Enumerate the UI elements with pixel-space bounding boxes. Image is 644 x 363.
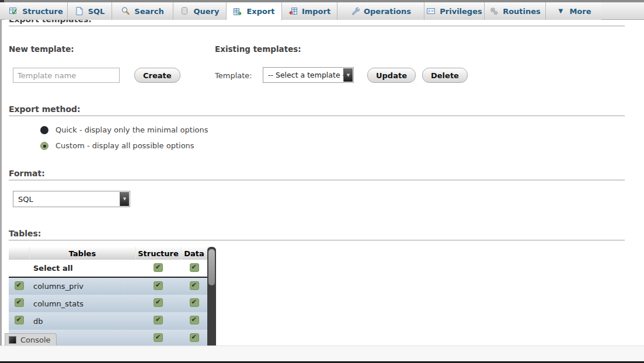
console-button[interactable]: Console [5, 333, 57, 345]
select-arrow-icon [343, 68, 353, 82]
checkbox-checked[interactable] [15, 316, 24, 324]
checkbox-checked[interactable] [154, 298, 163, 307]
tab-bar: Structure SQL Search Query Export Import [0, 2, 644, 20]
select-all-label[interactable]: Select all [29, 260, 135, 277]
phpmyadmin-export-page: Structure SQL Search Query Export Import [0, 0, 644, 363]
left-edge-strip [0, 20, 2, 345]
checkbox-checked[interactable] [190, 281, 199, 290]
table-row: columns_priv [9, 277, 207, 295]
new-template-heading: New template: [9, 44, 74, 54]
tables-scrollbar[interactable] [207, 247, 216, 345]
delete-button[interactable]: Delete [422, 68, 468, 83]
tab-sql[interactable]: SQL [68, 2, 112, 20]
tab-label: Structure [22, 7, 63, 16]
tab-label: Query [193, 7, 219, 16]
tab-export[interactable]: Export [227, 2, 282, 20]
gears-icon [489, 6, 499, 16]
tab-structure[interactable]: Structure [5, 2, 68, 20]
checkbox-checked[interactable] [15, 298, 24, 307]
template-select[interactable]: -- Select a template -- [263, 67, 354, 83]
section-divider [9, 26, 625, 26]
console-panel[interactable] [0, 345, 644, 361]
table-row: db [9, 312, 207, 330]
template-select-value: -- Select a template -- [268, 71, 348, 79]
checkbox-checked[interactable] [190, 333, 199, 342]
table-row: column_stats [9, 295, 207, 312]
checkbox-checked[interactable] [154, 333, 163, 342]
console-icon [9, 336, 16, 344]
checkbox-column-header [9, 247, 29, 260]
tab-label: Privileges [440, 7, 482, 16]
select-all-row: Select all [9, 260, 207, 277]
checkbox-checked[interactable] [190, 298, 199, 307]
tab-label: SQL [88, 7, 105, 16]
table-name: column_stats [29, 295, 135, 312]
chevron-down-icon: ▼ [556, 6, 565, 16]
radio-unselected-icon[interactable] [40, 126, 48, 134]
checkbox-checked[interactable] [190, 263, 199, 272]
data-column-header: Data [181, 247, 207, 260]
tab-search[interactable]: Search [112, 2, 173, 20]
tab-operations[interactable]: Operations [337, 2, 424, 20]
export-icon [233, 7, 242, 16]
sql-document-icon [75, 6, 84, 16]
export-templates-heading: Export templates: [9, 20, 625, 24]
export-method-quick-option[interactable]: Quick - display only the minimal options [40, 125, 208, 134]
export-method-custom-option[interactable]: Custom - display all possible options [40, 141, 194, 150]
tab-label: Search [134, 7, 163, 16]
database-icon [180, 6, 189, 16]
tab-label: Operations [364, 7, 411, 16]
table-name: columns_priv [29, 277, 135, 295]
checkbox-checked[interactable] [154, 263, 163, 272]
tab-more[interactable]: ▼ More [546, 2, 601, 20]
checkbox-checked[interactable] [154, 281, 163, 290]
tables-heading: Tables: [9, 229, 625, 240]
template-name-input[interactable] [13, 68, 120, 83]
quick-option-label: Quick - display only the minimal options [55, 125, 208, 134]
update-button[interactable]: Update [367, 68, 416, 83]
create-button[interactable]: Create [134, 68, 180, 83]
existing-templates-heading: Existing templates: [215, 44, 301, 54]
tab-routines[interactable]: Routines [485, 2, 546, 20]
tables-header-row: Tables Structure Data [9, 247, 207, 260]
table-structure-icon [9, 6, 18, 16]
format-select[interactable]: SQL [13, 191, 130, 207]
select-arrow-icon [120, 192, 129, 206]
export-templates-heading-clipped: Export templates: [9, 20, 625, 25]
structure-column-header: Structure [135, 247, 181, 260]
tables-column-header: Tables [29, 247, 135, 260]
tab-label: Export [246, 7, 274, 16]
tables-list: Tables Structure Data Select all columns… [9, 247, 208, 345]
tables-list-container: Tables Structure Data Select all columns… [9, 247, 217, 345]
template-label: Template: [215, 71, 252, 80]
scrollbar-thumb[interactable] [208, 249, 215, 285]
checkbox-checked[interactable] [15, 281, 24, 290]
tab-privileges[interactable]: Privileges [424, 2, 485, 20]
wrench-icon [350, 6, 360, 16]
format-select-value: SQL [18, 195, 33, 204]
privileges-card-icon [426, 6, 436, 16]
export-method-heading: Export method: [9, 104, 625, 116]
tab-label: Routines [503, 7, 541, 16]
console-button-label: Console [20, 336, 51, 344]
format-heading: Format: [9, 169, 625, 180]
checkbox-checked[interactable] [154, 316, 163, 324]
checkbox-checked[interactable] [190, 316, 199, 324]
tab-label: More [569, 7, 591, 16]
search-icon [121, 6, 130, 16]
tab-query[interactable]: Query [173, 2, 227, 20]
import-icon [288, 6, 298, 16]
table-name: db [29, 312, 135, 330]
tab-import[interactable]: Import [282, 2, 337, 20]
tab-label: Import [302, 7, 330, 16]
custom-option-label: Custom - display all possible options [55, 141, 194, 150]
radio-selected-icon[interactable] [40, 142, 48, 150]
